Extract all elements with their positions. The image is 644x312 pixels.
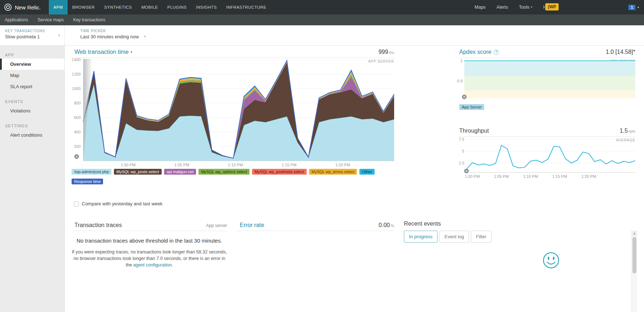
svg-text:1:20 PM: 1:20 PM: [581, 174, 596, 179]
apdex-chart[interactable]: 10.9: [455, 58, 637, 101]
tab-in-progress[interactable]: In progress: [404, 231, 438, 243]
legend-chip-wp-admin-post-php[interactable]: /wp-admin/post.php: [72, 169, 111, 175]
nav-item-apm[interactable]: APM: [49, 0, 68, 14]
nav-item-insights[interactable]: INSIGHTS: [191, 0, 222, 14]
main-nav: APMBROWSERSYNTHETICSMOBILEPLUGINSINSIGHT…: [49, 0, 271, 14]
web-transaction-legend: /wp-admin/post.phpMySQL wp_posts selecta…: [72, 168, 397, 188]
svg-text:1:20 PM: 1:20 PM: [335, 163, 350, 167]
recent-events-tabs: In progressEvent logFilter: [404, 231, 629, 243]
svg-text:1:15 PM: 1:15 PM: [282, 163, 297, 167]
svg-text:1:00 PM: 1:00 PM: [465, 174, 480, 179]
error-rate-value: 0.00%: [379, 222, 394, 228]
scrollbar-thumb[interactable]: [632, 237, 636, 273]
svg-text:2.5: 2.5: [459, 161, 464, 165]
legend-chip-app-server[interactable]: App Server: [459, 104, 484, 110]
recent-events-title: Recent events: [404, 221, 629, 227]
nav-item-plugins[interactable]: PLUGINS: [163, 0, 191, 14]
svg-text:1200: 1200: [72, 72, 81, 76]
newrelic-logo[interactable]: New Relic.: [0, 4, 46, 11]
notification-count-badge[interactable]: 1: [628, 5, 635, 10]
sidebar-item-map[interactable]: Map: [0, 70, 64, 81]
time-picker[interactable]: TIME PICKER Last 30 minutes ending now ▾: [80, 25, 146, 45]
subnav-item-key-transactions[interactable]: Key transactions: [68, 14, 110, 25]
chevron-down-icon: ▾: [131, 50, 132, 54]
web-transaction-value-unit: ms: [389, 50, 394, 55]
legend-chip-other[interactable]: Other: [359, 169, 375, 175]
sidebar: APPOverviewMapSLA reportEVENTSViolations…: [0, 46, 65, 312]
svg-text:200: 200: [74, 144, 81, 149]
compare-checkbox[interactable]: [74, 201, 79, 206]
throughput-value-number: 1.5: [620, 128, 628, 134]
legend-chip-mysql-wp-terms-select[interactable]: MySQL wp_terms select: [309, 169, 357, 175]
legend-chip-mysql-wp-posts-select[interactable]: MySQL wp_posts select: [114, 169, 162, 175]
time-picker-label: TIME PICKER: [80, 29, 146, 33]
svg-text:400: 400: [74, 130, 81, 134]
legend-chip-response-time[interactable]: Response time: [72, 179, 103, 184]
legend-chip-mysql-wp-options-select[interactable]: MySQL wp_options select: [199, 169, 250, 175]
web-transaction-value-number: 999: [379, 49, 388, 55]
web-transaction-title[interactable]: Web transaction time▾: [74, 49, 132, 55]
smiley-face-icon: [542, 251, 560, 270]
recent-events-module: Recent events In progressEvent logFilter: [404, 221, 629, 243]
web-transaction-chart[interactable]: 2004006008001000120014001:00 PM1:05 PM1:…: [65, 57, 398, 169]
error-rate-title[interactable]: Error rate: [240, 222, 264, 228]
nav-item-alerts[interactable]: Alerts: [491, 0, 513, 14]
nav-item-infrastructure[interactable]: INFRASTRUCTURE: [222, 0, 271, 14]
sidebar-section-settings: SETTINGS: [5, 124, 64, 128]
sidebar-item-overview[interactable]: Overview: [0, 59, 64, 70]
web-transaction-title-text: Web transaction time: [74, 49, 129, 55]
nav-item-tools[interactable]: Tools▾: [513, 0, 538, 14]
svg-text:1:05 PM: 1:05 PM: [494, 174, 509, 179]
sidebar-item-sla-report[interactable]: SLA report: [0, 81, 64, 92]
throughput-value: 1.5rpm: [620, 128, 635, 134]
help-icon[interactable]: ?: [494, 50, 499, 55]
nav-item-synthetics[interactable]: SYNTHETICS: [99, 0, 137, 14]
scrollbar-up-arrow-icon[interactable]: ▲: [632, 231, 637, 236]
apdex-title-text: Apdex score: [459, 49, 491, 55]
subnav-item-applications[interactable]: Applications: [0, 14, 33, 25]
chevron-down-icon: ▾: [531, 5, 532, 9]
chevron-down-icon: ▾: [637, 6, 639, 9]
agent-configuration-link[interactable]: agent configuration: [133, 262, 172, 268]
svg-text:5: 5: [462, 149, 464, 153]
svg-text:1400: 1400: [72, 57, 81, 62]
traces-hint-after: .: [172, 262, 173, 268]
newrelic-logo-icon: [4, 4, 12, 11]
apdex-title[interactable]: Apdex score?: [459, 49, 499, 55]
svg-text:7.5: 7.5: [459, 137, 464, 141]
vertical-scrollbar[interactable]: ▲: [631, 231, 637, 312]
no-traces-message: No transaction traces above threshold in…: [72, 235, 227, 246]
nav-item-maps[interactable]: Maps: [469, 0, 491, 14]
chevron-down-icon: ▾: [144, 34, 146, 38]
time-picker-value: Last 30 minutes ending now: [80, 34, 139, 39]
tab-event-log[interactable]: Event log: [439, 231, 469, 243]
transaction-traces-title: Transaction traces: [74, 222, 122, 228]
web-transaction-value: 999ms: [379, 49, 394, 55]
key-transaction-picker-value: Slow postmeta 1: [5, 34, 59, 39]
sidebar-section-app: APP: [5, 53, 64, 57]
legend-chip-api-mailgun-net[interactable]: api.mailgun.net: [164, 169, 196, 175]
svg-text:1:10 PM: 1:10 PM: [523, 174, 538, 179]
subnav-item-service-maps[interactable]: Service maps: [33, 14, 69, 25]
sidebar-item-violations[interactable]: Violations: [0, 105, 64, 116]
nav-item-browser[interactable]: BROWSER: [68, 0, 99, 14]
throughput-chart[interactable]: 2.557.51:00 PM1:05 PM1:10 PM1:15 PM1:20 …: [455, 134, 637, 181]
brand-name: New Relic.: [15, 4, 41, 10]
svg-text:600: 600: [74, 115, 81, 120]
svg-text:0.9: 0.9: [457, 79, 462, 83]
throughput-value-unit: rpm: [628, 129, 635, 133]
chevron-down-icon: ▾: [58, 33, 60, 37]
notification-menu[interactable]: 1 ▾: [628, 0, 639, 14]
sidebar-item-alert-conditions[interactable]: Alert conditions: [0, 129, 64, 141]
account-badge[interactable]: (WP: [545, 3, 559, 10]
key-transaction-picker[interactable]: KEY TRANSACTIONS Slow postmeta 1 ▾: [0, 25, 65, 45]
compare-checkbox-label: Compare with yesterday and last week: [82, 201, 162, 206]
nav-item-mobile[interactable]: MOBILE: [137, 0, 163, 14]
tab-filter[interactable]: Filter: [471, 231, 491, 243]
legend-chip-mysql-wp-postmeta-select[interactable]: MySQL wp_postmeta select: [252, 169, 307, 175]
svg-text:1:05 PM: 1:05 PM: [174, 163, 189, 167]
picker-strip: KEY TRANSACTIONS Slow postmeta 1 ▾ TIME …: [0, 25, 644, 46]
sidebar-section-events: EVENTS: [5, 99, 64, 104]
apdex-legend: App Server: [459, 103, 484, 110]
compare-checkbox-row: Compare with yesterday and last week: [74, 201, 162, 206]
